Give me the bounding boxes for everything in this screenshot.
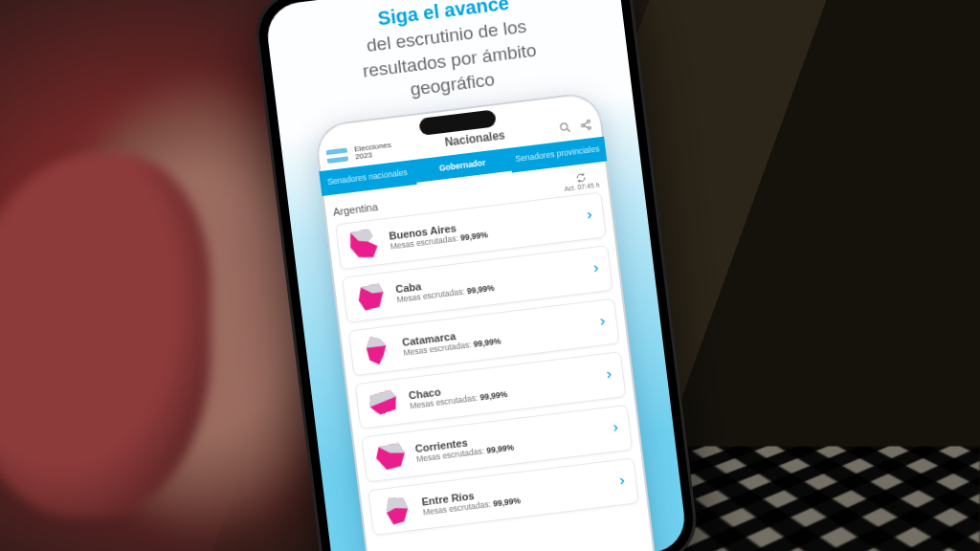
svg-point-0 (560, 123, 568, 131)
province-pct: 99,99% (473, 336, 501, 348)
province-pct: 99,99% (479, 389, 508, 402)
card-body: Entre Ríos Mesas escrutadas: 99,99% (421, 474, 610, 518)
search-icon[interactable] (557, 121, 572, 136)
chevron-right-icon (595, 314, 609, 332)
physical-phone: Siga el avance del escrutinio de los res… (251, 0, 701, 551)
app-brand: Elecciones 2023 (354, 142, 392, 162)
province-shape-icon (377, 492, 417, 528)
sleeve (0, 153, 211, 517)
photo-scene: Siga el avance del escrutinio de los res… (0, 0, 980, 551)
svg-line-1 (567, 129, 569, 132)
card-body: Catamarca Mesas escrutadas: 99,99% (401, 314, 590, 358)
province-pct: 99,99% (486, 443, 515, 455)
svg-line-6 (584, 125, 588, 128)
app-mockup: Elecciones 2023 Nacionales Senadores nac… (313, 91, 663, 551)
card-body: Caba Mesas escrutadas: 99,99% (395, 261, 584, 305)
chevron-right-icon (589, 260, 602, 278)
province-pct: 99,99% (466, 283, 495, 296)
argentina-flag-icon (325, 148, 348, 165)
svg-point-4 (588, 126, 590, 129)
province-pct: 99,99% (493, 496, 522, 508)
chevron-right-icon (615, 473, 629, 491)
province-shape-icon (364, 386, 404, 422)
chevron-right-icon (609, 420, 622, 438)
phone-screen: Siga el avance del escrutinio de los res… (264, 0, 688, 551)
card-body: Chaco Mesas escrutadas: 99,99% (408, 367, 596, 411)
province-pct: 99,99% (459, 230, 488, 242)
province-list: Buenos Aires Mesas escrutadas: 99,99% (325, 190, 650, 546)
chevron-right-icon (602, 366, 615, 385)
card-body: Corrientes Mesas escrutadas: 99,99% (414, 420, 603, 464)
share-icon[interactable] (578, 118, 593, 133)
refresh-label: Act. 07:45 h (564, 182, 600, 193)
refresh-button[interactable]: Act. 07:45 h (563, 170, 600, 192)
svg-line-5 (583, 122, 587, 125)
card-body: Buenos Aires Mesas escrutadas: 99,99% (389, 208, 577, 252)
province-shape-icon (350, 278, 390, 315)
province-shape-icon (370, 438, 411, 474)
breadcrumb: Argentina (332, 201, 378, 218)
province-shape-icon (344, 226, 384, 262)
province-shape-icon (357, 332, 397, 368)
chevron-right-icon (583, 207, 596, 225)
